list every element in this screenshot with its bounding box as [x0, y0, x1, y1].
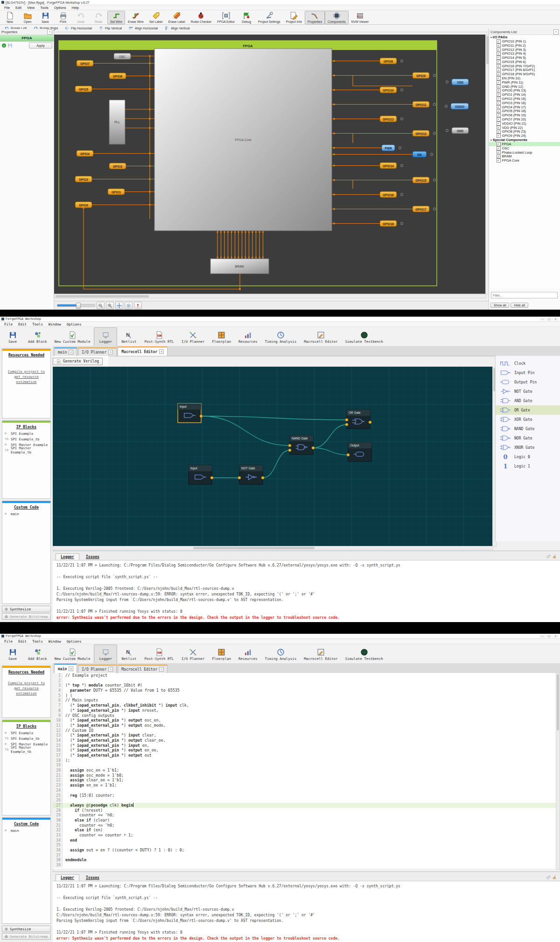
pad-gpio15[interactable]: GPIO15 — [413, 177, 429, 183]
component-pwr-pin-11[interactable]: ✓PWR (PIN 11) — [489, 80, 560, 85]
component-bram[interactable]: ✓BRAM — [489, 155, 560, 159]
attach-icon[interactable] — [546, 875, 551, 879]
project-settings-button[interactable]: Project Settings — [255, 11, 283, 24]
checkbox-icon[interactable]: ✓ — [497, 72, 501, 77]
tab-main[interactable]: main× — [54, 664, 77, 673]
new-custom-module-button[interactable]: New Custom Module — [51, 327, 94, 347]
component-gpio16-pin-7-grp2[interactable]: ✓GPIO16 (PIN 7/GrP2) — [489, 64, 560, 68]
component-vddio-pin-21[interactable]: ✓VDDIO (PIN 21) — [489, 121, 560, 126]
tab-close-icon[interactable]: × — [159, 349, 164, 354]
logger-button[interactable]: Logger — [94, 327, 117, 347]
palette-logic-0[interactable]: 0Logic 0 — [496, 452, 560, 461]
hide-all-button[interactable]: Hide all — [511, 303, 528, 308]
pad-gpio11[interactable]: GPIO11 — [413, 101, 429, 107]
checkbox-icon[interactable]: ✓ — [497, 101, 501, 105]
palette-input-pin[interactable]: Input Pin — [496, 368, 560, 377]
component-gpio11-pin-2[interactable]: ✓GPIO11 (PIN 2) — [489, 43, 560, 48]
component-vdd-pin-22[interactable]: ✓VDD (PIN 22) — [489, 126, 560, 130]
netlist-button[interactable]: Netlist — [117, 327, 140, 347]
ip-block-spi-example[interactable]: mSPI Example — [2, 730, 50, 736]
checkbox-icon[interactable]: ✓ — [497, 56, 501, 60]
minimize-icon[interactable]: – — [539, 317, 546, 321]
pad-gpio6[interactable]: GPIO6 — [109, 73, 126, 79]
component-en-pin-10[interactable]: ✓EN (PIN 10) — [489, 76, 560, 80]
pad-gpio10[interactable]: GPIO10 — [380, 87, 397, 93]
component-gpio0-pin-13[interactable]: ✓GPIO0 (PIN 13) — [489, 89, 560, 93]
pad-gpio3[interactable]: GPIO3 — [109, 163, 126, 169]
checkbox-icon[interactable]: ✓ — [497, 134, 501, 138]
component-gpio1-pin-14[interactable]: ✓GPIO1 (PIN 14) — [489, 92, 560, 97]
post-synth-rtl-button[interactable]: Post-Synth RTL — [140, 645, 177, 664]
checkbox-icon[interactable]: ✓ — [497, 48, 501, 52]
component-osc[interactable]: ✓OSC — [489, 146, 560, 150]
ip-block-spi-example-tb[interactable]: tbSPI Example_tb — [2, 436, 50, 442]
pan-view-button[interactable] — [125, 302, 133, 309]
checkbox-icon[interactable]: ✓ — [497, 93, 501, 97]
menu-window[interactable]: Window — [46, 639, 63, 644]
add-block-button[interactable]: Add Block — [24, 645, 51, 664]
set-wire-button[interactable]: Set Wire — [107, 11, 125, 24]
resources-button[interactable]: Resources — [235, 327, 261, 347]
tab-logger[interactable]: Logger — [56, 553, 79, 560]
pad-gpio16[interactable]: GPIO16 — [380, 191, 397, 198]
checkbox-icon[interactable]: ✓ — [497, 142, 501, 146]
menu-window[interactable]: Window — [46, 322, 63, 326]
menu-edit[interactable]: Edit — [16, 639, 29, 644]
tab-close-icon[interactable]: × — [159, 667, 164, 672]
pad-en[interactable]: EN — [413, 151, 427, 157]
simulate-testbench-button[interactable]: Simulate Testbench — [342, 645, 387, 664]
checkbox-icon[interactable]: ✓ — [497, 60, 501, 64]
component-gpio10-pin-1[interactable]: ✓GPIO10 (PIN 1) — [489, 39, 560, 43]
nvm-viewer-button[interactable]: NVM Viewer — [349, 11, 372, 24]
ip-block-spi-master-example-tb[interactable]: tbSPI Master Example_tb — [2, 747, 50, 752]
checkbox-icon[interactable]: ✓ — [497, 130, 501, 134]
tab-close-icon[interactable]: × — [69, 666, 73, 671]
tab-i-o-planner[interactable]: I/O Planner× — [78, 665, 117, 673]
synthesize-button[interactable]: Synthesize — [2, 606, 51, 612]
close-icon[interactable]: × — [47, 29, 52, 35]
menu-file[interactable]: File — [2, 322, 15, 326]
attach-icon[interactable] — [546, 554, 551, 559]
checkbox-icon[interactable]: ✓ — [497, 97, 501, 101]
w1-horizontal-scrollbar[interactable] — [54, 294, 486, 298]
component-gpio14-pin-5[interactable]: ✓GPIO14 (PIN 5) — [489, 56, 560, 60]
ip-block-spi-example-tb[interactable]: tbSPI Example_tb — [2, 736, 50, 741]
generate-bitstream-button[interactable]: Generate Bitstream — [2, 933, 51, 940]
tab-close-icon[interactable]: × — [108, 350, 113, 354]
tab-i-o-planner[interactable]: I/O Planner× — [78, 347, 117, 356]
osc-block[interactable]: OSC — [114, 53, 131, 59]
component-gpio17-pin-8-grp1[interactable]: ✓GPIO17 (PIN 8/GrP1) — [489, 68, 560, 72]
tab-close-icon[interactable]: × — [108, 667, 113, 672]
pin-view-button[interactable] — [134, 302, 142, 309]
palette-nor-gate[interactable]: NOR Gate — [496, 433, 560, 443]
checkbox-icon[interactable]: ✓ — [497, 105, 501, 109]
tree-group-i-o-pads[interactable]: ▾I/O PADs — [489, 35, 560, 39]
palette-output-pin[interactable]: Output Pin — [496, 377, 560, 387]
component-gpio18-pin-9-grp0[interactable]: ✓GPIO18 (PIN 9/GrP0) — [489, 72, 560, 76]
save-button[interactable]: Save — [1, 645, 24, 664]
filter-input[interactable] — [491, 292, 558, 298]
menu-tools[interactable]: Tools — [30, 639, 45, 644]
fpga-core-block[interactable]: FPGA Core — [154, 49, 332, 231]
checkbox-icon[interactable]: ✓ — [497, 80, 501, 85]
resources-button[interactable]: Resources — [235, 645, 261, 664]
pad-gpio7[interactable]: GPIO7 — [77, 60, 93, 66]
set-label-button[interactable]: Set Label — [147, 11, 166, 24]
redo-button[interactable]: Redo — [90, 11, 107, 24]
checkbox-icon[interactable]: ✓ — [497, 117, 501, 121]
palette-xor-gate[interactable]: XOR Gate — [496, 415, 560, 424]
component-gpio3-pin-16[interactable]: ✓GPIO3 (PIN 16) — [489, 101, 560, 105]
pad-gpio2[interactable]: GPIO2 — [75, 176, 92, 182]
minimize-icon[interactable]: – — [539, 634, 546, 638]
project-info-button[interactable]: Project Info — [283, 11, 305, 24]
custom-code-main[interactable]: mmain — [2, 511, 50, 517]
pad-gpio4[interactable]: GPIO4 — [77, 150, 93, 156]
component-fpga[interactable]: ✓FPGA — [489, 142, 560, 146]
print-button[interactable]: Print — [54, 11, 72, 24]
compile-link[interactable]: Compile project to get resource estimati… — [2, 681, 50, 696]
pad-gpio18[interactable]: GPIO18 — [380, 220, 397, 227]
pad-gpio9[interactable]: GPIO9 — [413, 72, 429, 78]
node-or-gate[interactable]: OR Gate — [345, 410, 371, 429]
menu-edit[interactable]: Edit — [16, 322, 29, 326]
logger-button[interactable]: Logger — [94, 645, 117, 664]
